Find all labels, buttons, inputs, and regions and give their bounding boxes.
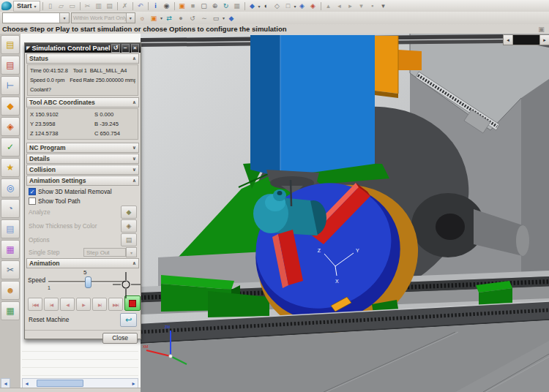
- snap-point-icon[interactable]: ▾: [356, 1, 367, 11]
- sphere-display-icon[interactable]: ●: [176, 13, 186, 23]
- section-header-collision[interactable]: Collision ∨: [26, 165, 139, 175]
- play-reverse-button[interactable]: ◀: [60, 298, 75, 311]
- graphics-viewport[interactable]: Z Y X ZM: [141, 34, 549, 392]
- close-button[interactable]: Close: [102, 333, 138, 344]
- chevron-down-icon[interactable]: ▾: [258, 4, 261, 9]
- scroll-left-icon[interactable]: ◂: [23, 380, 31, 387]
- sidebar-scroll-left-button[interactable]: ◂: [1, 378, 10, 388]
- section-header-status[interactable]: Status ∧: [26, 53, 139, 64]
- scrollbar-track[interactable]: [513, 35, 539, 45]
- drag-handle-icon[interactable]: ◤: [26, 45, 30, 51]
- single-step-dropdown[interactable]: Step Out: [83, 248, 126, 257]
- step-back-button[interactable]: |◀: [44, 298, 59, 311]
- curve-icon[interactable]: ∼: [199, 13, 209, 23]
- selection-settings-icon[interactable]: ☼: [137, 13, 147, 23]
- rotate-view-icon[interactable]: ↻: [221, 1, 231, 11]
- close-icon[interactable]: ×: [131, 44, 139, 53]
- create-feature-icon[interactable]: ▣: [149, 13, 159, 23]
- machine-tool-navigator-button[interactable]: ◈: [1, 117, 20, 136]
- orbit-icon[interactable]: ↺: [187, 13, 198, 23]
- process-assistant-button[interactable]: ✓: [1, 137, 20, 157]
- checkbox-unchecked-icon[interactable]: [29, 197, 36, 205]
- constraint-navigator-button[interactable]: ▤: [1, 56, 20, 75]
- scroll-right-icon[interactable]: ▸: [130, 380, 138, 387]
- zoom-icon[interactable]: ⊕: [210, 1, 220, 11]
- marquee-select-icon[interactable]: ▭: [211, 13, 221, 23]
- open-part-icon[interactable]: ▱: [56, 1, 67, 11]
- section-header-animation[interactable]: Animation ∧: [26, 258, 139, 268]
- step-forward-button[interactable]: ▶|: [92, 298, 107, 311]
- gallery-button[interactable]: ▦: [1, 301, 20, 320]
- snap-point-icon[interactable]: ▸: [346, 1, 356, 11]
- chevron-down-icon[interactable]: ▾: [223, 15, 225, 20]
- web-browser-button[interactable]: ◎: [1, 178, 20, 197]
- view-orient-front-icon[interactable]: ◈: [297, 1, 307, 11]
- tools-palette-button[interactable]: ★: [1, 158, 20, 177]
- go-to-start-button[interactable]: |◀◀: [28, 298, 42, 311]
- toolbar-overflow-icon[interactable]: ▾: [378, 1, 389, 11]
- undo-icon[interactable]: ↶: [135, 1, 146, 11]
- display-box-icon[interactable]: ■: [188, 1, 198, 11]
- face-select-icon[interactable]: □: [283, 1, 294, 11]
- paste-icon[interactable]: ▤: [105, 1, 115, 11]
- chevron-down-icon[interactable]: ▾: [294, 4, 296, 9]
- view-orient-side-icon[interactable]: ◈: [308, 1, 318, 11]
- history-button[interactable]: ◔: [1, 199, 20, 218]
- display-window-icon[interactable]: ▣: [177, 1, 187, 11]
- window-restore-icon[interactable]: ▣: [537, 26, 546, 33]
- solid-cube-icon[interactable]: ◆: [226, 13, 236, 23]
- save-part-icon[interactable]: ▭: [67, 1, 78, 11]
- scroll-left-icon[interactable]: ◂: [504, 35, 513, 45]
- stop-button[interactable]: [124, 295, 141, 311]
- play-forward-button[interactable]: ▶: [76, 298, 91, 311]
- selection-scope-combo[interactable]: Within Work Part Only ▾: [71, 12, 135, 23]
- section-header-details[interactable]: Details ∨: [26, 154, 139, 164]
- info-icon[interactable]: i: [151, 1, 161, 11]
- scroll-right-icon[interactable]: ▸: [539, 35, 549, 45]
- analyze-button[interactable]: ◆: [121, 206, 137, 219]
- start-menu-button[interactable]: Start ▾: [13, 1, 40, 12]
- roles-button[interactable]: ☻: [1, 281, 20, 300]
- checkbox-checked-icon[interactable]: ✓: [29, 188, 36, 195]
- snap-point-icon[interactable]: ▪: [367, 1, 378, 11]
- section-header-nc-program[interactable]: NC Program ∨: [26, 143, 139, 153]
- wireframe-view-icon[interactable]: ◇: [272, 1, 283, 11]
- refresh-icon[interactable]: ▦: [232, 1, 242, 11]
- new-part-icon[interactable]: ▯: [45, 1, 56, 11]
- go-to-end-button[interactable]: ▶▶|: [108, 298, 123, 311]
- section-header-animation-settings[interactable]: Animation Settings ∧: [26, 176, 139, 186]
- chevron-down-icon[interactable]: ▾: [126, 13, 135, 23]
- thickness-button[interactable]: ◈: [121, 219, 137, 233]
- reset-machine-button[interactable]: ↩: [120, 313, 137, 327]
- selection-filter-combo[interactable]: ▾: [2, 12, 70, 23]
- tool-path-checkbox-row[interactable]: Show Tool Path: [29, 197, 141, 205]
- dialog-title-bar[interactable]: ◤ Simulation Control Panel ↺ − ×: [25, 43, 141, 53]
- view-cube-icon[interactable]: ◆: [247, 1, 258, 11]
- delete-icon[interactable]: ✗: [120, 1, 130, 11]
- palette-button[interactable]: ▤: [1, 219, 20, 238]
- scrollbar-thumb[interactable]: [37, 380, 83, 387]
- chevron-down-icon[interactable]: ▾: [59, 13, 69, 23]
- zoom-window-icon[interactable]: ▢: [199, 1, 209, 11]
- cut-icon[interactable]: ✂: [83, 1, 93, 11]
- snap-point-icon[interactable]: ▴: [324, 1, 334, 11]
- material-removal-checkbox-row[interactable]: ✓ Show 3D Material Removal: [29, 187, 141, 195]
- shaded-view-icon[interactable]: ◐: [261, 1, 272, 11]
- minimize-icon[interactable]: −: [122, 44, 130, 53]
- reposition-dialog-icon[interactable]: ↺: [111, 44, 119, 53]
- options-button[interactable]: ▤: [121, 233, 137, 246]
- assembly-navigator-button[interactable]: ▤: [1, 35, 20, 54]
- panel-horizontal-scrollbar[interactable]: ◂ ▸: [22, 378, 138, 388]
- snap-point-icon[interactable]: ◂: [335, 1, 345, 11]
- visualization-icon[interactable]: ◉: [162, 1, 172, 11]
- copy-icon[interactable]: ▥: [94, 1, 104, 11]
- viewport-horizontal-scrollbar[interactable]: ◂ ▸: [503, 34, 549, 45]
- part-navigator-button[interactable]: ⊢: [1, 76, 20, 95]
- speed-slider-thumb[interactable]: [85, 276, 92, 288]
- chevron-down-icon[interactable]: ▾: [126, 247, 137, 257]
- chevron-down-icon[interactable]: ▾: [160, 15, 163, 20]
- snips-button[interactable]: ✂: [1, 260, 20, 279]
- operation-navigator-button[interactable]: ◆: [1, 97, 20, 116]
- swap-orientation-icon[interactable]: ⇄: [164, 13, 174, 23]
- section-header-coordinates[interactable]: Tool ABC Coordinates ∧: [26, 97, 139, 108]
